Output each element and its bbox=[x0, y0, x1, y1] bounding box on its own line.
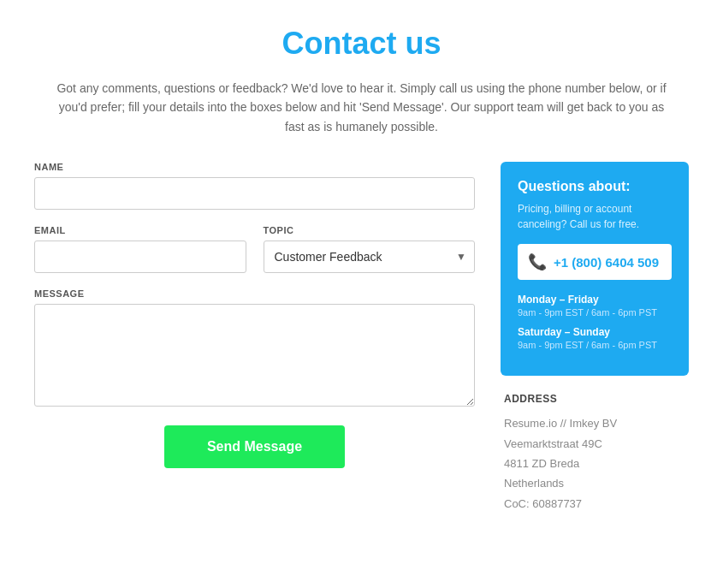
address-line-2: Veemarktstraat 49C bbox=[504, 434, 685, 454]
send-message-button[interactable]: Send Message bbox=[164, 425, 345, 468]
phone-number: +1 (800) 6404 509 bbox=[554, 255, 659, 270]
address-line-4: Netherlands bbox=[504, 473, 685, 493]
email-input[interactable] bbox=[34, 241, 246, 273]
email-group: EMAIL bbox=[34, 225, 246, 273]
address-section: ADDRESS Resume.io // Imkey BV Veemarktst… bbox=[501, 393, 689, 514]
message-textarea[interactable] bbox=[34, 304, 475, 407]
address-line-1: Resume.io // Imkey BV bbox=[504, 413, 685, 433]
form-section: NAME EMAIL TOPIC Customer Feedback Techn… bbox=[34, 162, 475, 468]
weekday-label: Monday – Friday bbox=[518, 294, 672, 306]
address-text: Resume.io // Imkey BV Veemarktstraat 49C… bbox=[504, 413, 685, 514]
message-label: MESSAGE bbox=[34, 288, 475, 299]
name-input[interactable] bbox=[34, 177, 475, 210]
weekend-label: Saturday – Sunday bbox=[518, 326, 672, 338]
email-topic-row: EMAIL TOPIC Customer Feedback Technical … bbox=[34, 225, 475, 288]
weekend-time: 9am - 9pm EST / 6am - 6pm PST bbox=[518, 340, 672, 350]
name-group: NAME bbox=[34, 162, 475, 210]
address-line-5: CoC: 60887737 bbox=[504, 494, 685, 514]
questions-subtitle: Pricing, billing or account canceling? C… bbox=[518, 201, 672, 232]
message-group: MESSAGE bbox=[34, 288, 475, 410]
main-content: NAME EMAIL TOPIC Customer Feedback Techn… bbox=[34, 162, 689, 514]
page-title: Contact us bbox=[34, 26, 689, 62]
topic-select[interactable]: Customer Feedback Technical Support Bill… bbox=[264, 241, 476, 273]
name-label: NAME bbox=[34, 162, 475, 172]
topic-select-wrapper: Customer Feedback Technical Support Bill… bbox=[264, 241, 476, 273]
address-line-3: 4811 ZD Breda bbox=[504, 454, 685, 473]
page-subtitle: Got any comments, questions or feedback?… bbox=[54, 79, 670, 136]
sidebar: Questions about: Pricing, billing or acc… bbox=[501, 162, 689, 514]
topic-group: TOPIC Customer Feedback Technical Suppor… bbox=[264, 225, 476, 273]
email-label: EMAIL bbox=[34, 225, 246, 235]
phone-icon: 📞 bbox=[528, 252, 547, 271]
weekday-time: 9am - 9pm EST / 6am - 6pm PST bbox=[518, 307, 672, 318]
phone-button[interactable]: 📞 +1 (800) 6404 509 bbox=[518, 244, 672, 280]
hours-weekday: Monday – Friday 9am - 9pm EST / 6am - 6p… bbox=[518, 294, 672, 318]
hours-weekend: Saturday – Sunday 9am - 9pm EST / 6am - … bbox=[518, 326, 672, 350]
questions-box: Questions about: Pricing, billing or acc… bbox=[501, 162, 689, 376]
topic-label: TOPIC bbox=[264, 225, 476, 235]
page-container: Contact us Got any comments, questions o… bbox=[0, 0, 723, 548]
address-title: ADDRESS bbox=[504, 393, 685, 405]
questions-title: Questions about: bbox=[518, 179, 672, 194]
